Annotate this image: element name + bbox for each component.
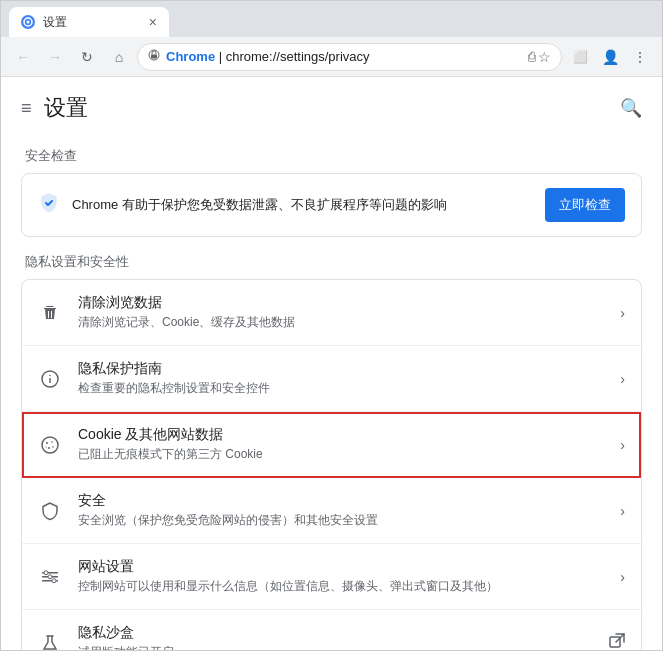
tab-favicon-icon bbox=[21, 15, 35, 29]
privacy-guide-arrow-icon: › bbox=[620, 371, 625, 387]
safety-check-card: Chrome 有助于保护您免受数据泄露、不良扩展程序等问题的影响 立即检查 bbox=[21, 173, 642, 237]
privacy-sandbox-item[interactable]: 隐私沙盒 试用版功能已开启 bbox=[22, 610, 641, 650]
svg-point-8 bbox=[46, 442, 48, 444]
sandbox-flask-icon bbox=[38, 631, 62, 651]
svg-point-17 bbox=[48, 574, 52, 578]
tab-bar: 设置 × bbox=[1, 1, 662, 37]
privacy-settings-list: 清除浏览数据 清除浏览记录、Cookie、缓存及其他数据 › 隐私保护指南 检查… bbox=[21, 279, 642, 650]
site-settings-arrow-icon: › bbox=[620, 569, 625, 585]
extensions-button[interactable]: ⬜ bbox=[566, 43, 594, 71]
privacy-guide-text: 隐私保护指南 检查重要的隐私控制设置和安全控件 bbox=[78, 360, 604, 397]
safety-section-label: 安全检查 bbox=[21, 147, 642, 165]
toolbar: ← → ↻ ⌂ Chrome | chrome://settings/priva… bbox=[1, 37, 662, 77]
address-text: Chrome | chrome://settings/privacy bbox=[166, 49, 522, 64]
privacy-guide-title: 隐私保护指南 bbox=[78, 360, 604, 378]
svg-rect-3 bbox=[151, 55, 157, 59]
security-arrow-icon: › bbox=[620, 503, 625, 519]
security-item[interactable]: 安全 安全浏览（保护您免受危险网站的侵害）和其他安全设置 › bbox=[22, 478, 641, 544]
svg-point-7 bbox=[42, 437, 58, 453]
address-lock-icon bbox=[148, 49, 160, 64]
security-title: 安全 bbox=[78, 492, 604, 510]
sidebar-toggle-icon[interactable]: ≡ bbox=[21, 98, 32, 119]
clear-browsing-arrow-icon: › bbox=[620, 305, 625, 321]
svg-point-6 bbox=[49, 374, 51, 376]
site-settings-title: 网站设置 bbox=[78, 558, 604, 576]
browser-frame: 设置 × ← → ↻ ⌂ Chrome bbox=[0, 0, 663, 651]
cookies-item[interactable]: Cookie 及其他网站数据 已阻止无痕模式下的第三方 Cookie › bbox=[22, 412, 641, 478]
cookies-text: Cookie 及其他网站数据 已阻止无痕模式下的第三方 Cookie bbox=[78, 426, 604, 463]
cookies-arrow-icon: › bbox=[620, 437, 625, 453]
trash-icon bbox=[38, 301, 62, 325]
address-bar[interactable]: Chrome | chrome://settings/privacy ⎙ ☆ bbox=[137, 43, 562, 71]
privacy-sandbox-subtitle: 试用版功能已开启 bbox=[78, 644, 593, 650]
privacy-sandbox-title: 隐私沙盒 bbox=[78, 624, 593, 642]
svg-point-16 bbox=[44, 570, 48, 574]
svg-point-10 bbox=[48, 447, 50, 449]
page-title: 设置 bbox=[44, 93, 88, 123]
page-content: ≡ 设置 🔍 安全检查 Chrome 有助于保护您免受数据泄露、不良扩展程序等问… bbox=[1, 77, 662, 650]
svg-point-12 bbox=[45, 446, 46, 447]
tab-title: 设置 bbox=[43, 14, 67, 31]
page-header: ≡ 设置 🔍 bbox=[21, 77, 642, 131]
security-text: 安全 安全浏览（保护您免受危险网站的侵害）和其他安全设置 bbox=[78, 492, 604, 529]
site-settings-item[interactable]: 网站设置 控制网站可以使用和显示什么信息（如位置信息、摄像头、弹出式窗口及其他）… bbox=[22, 544, 641, 610]
site-settings-subtitle: 控制网站可以使用和显示什么信息（如位置信息、摄像头、弹出式窗口及其他） bbox=[78, 578, 604, 595]
toolbar-right: ⬜ 👤 ⋮ bbox=[566, 43, 654, 71]
privacy-guide-icon bbox=[38, 367, 62, 391]
privacy-guide-item[interactable]: 隐私保护指南 检查重要的隐私控制设置和安全控件 › bbox=[22, 346, 641, 412]
settings-search-icon[interactable]: 🔍 bbox=[620, 97, 642, 119]
cookie-icon bbox=[38, 433, 62, 457]
svg-point-9 bbox=[51, 441, 53, 443]
home-button[interactable]: ⌂ bbox=[105, 43, 133, 71]
external-link-icon bbox=[609, 633, 625, 651]
privacy-section-label: 隐私设置和安全性 bbox=[21, 253, 642, 271]
clear-browsing-data-subtitle: 清除浏览记录、Cookie、缓存及其他数据 bbox=[78, 314, 604, 331]
cookies-subtitle: 已阻止无痕模式下的第三方 Cookie bbox=[78, 446, 604, 463]
privacy-sandbox-text: 隐私沙盒 试用版功能已开启 bbox=[78, 624, 593, 650]
security-subtitle: 安全浏览（保护您免受危险网站的侵害）和其他安全设置 bbox=[78, 512, 604, 529]
browser-tab[interactable]: 设置 × bbox=[9, 7, 169, 37]
svg-point-11 bbox=[52, 446, 54, 448]
share-icon[interactable]: ⎙ bbox=[528, 49, 536, 64]
security-shield-icon bbox=[38, 499, 62, 523]
shield-check-icon bbox=[38, 192, 60, 219]
refresh-button[interactable]: ↻ bbox=[73, 43, 101, 71]
site-settings-text: 网站设置 控制网站可以使用和显示什么信息（如位置信息、摄像头、弹出式窗口及其他） bbox=[78, 558, 604, 595]
clear-browsing-data-title: 清除浏览数据 bbox=[78, 294, 604, 312]
clear-browsing-data-text: 清除浏览数据 清除浏览记录、Cookie、缓存及其他数据 bbox=[78, 294, 604, 331]
site-settings-icon bbox=[38, 565, 62, 589]
bookmark-icon[interactable]: ☆ bbox=[538, 49, 551, 65]
svg-point-18 bbox=[52, 578, 56, 582]
clear-browsing-data-item[interactable]: 清除浏览数据 清除浏览记录、Cookie、缓存及其他数据 › bbox=[22, 280, 641, 346]
tab-close-button[interactable]: × bbox=[149, 14, 157, 30]
cookies-title: Cookie 及其他网站数据 bbox=[78, 426, 604, 444]
forward-button[interactable]: → bbox=[41, 43, 69, 71]
run-safety-check-button[interactable]: 立即检查 bbox=[545, 188, 625, 222]
safety-description: Chrome 有助于保护您免受数据泄露、不良扩展程序等问题的影响 bbox=[72, 196, 533, 214]
privacy-guide-subtitle: 检查重要的隐私控制设置和安全控件 bbox=[78, 380, 604, 397]
svg-point-1 bbox=[27, 21, 30, 24]
browser-menu-button[interactable]: ⋮ bbox=[626, 43, 654, 71]
address-actions: ⎙ ☆ bbox=[528, 49, 551, 65]
profile-button[interactable]: 👤 bbox=[596, 43, 624, 71]
back-button[interactable]: ← bbox=[9, 43, 37, 71]
